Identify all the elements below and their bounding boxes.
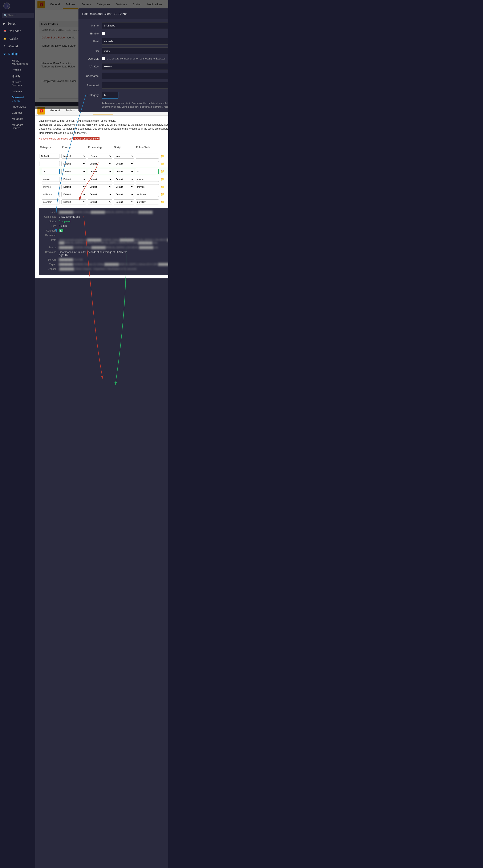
sidebar-item-label: Series: [7, 22, 16, 25]
sidebar: ⬡ 🔍 Search ▶ Series 📅 Calendar 🔔 Activit…: [0, 0, 35, 868]
password-input[interactable]: [102, 82, 168, 89]
cat-add-input[interactable]: [39, 161, 60, 166]
sidebar-sub-connect[interactable]: Connect: [6, 110, 35, 116]
cat-default-input[interactable]: [39, 154, 60, 159]
priority-movies-select[interactable]: Default: [61, 184, 86, 189]
table-row: ⠿ Default Default: [39, 167, 168, 176]
enable-checkbox[interactable]: [102, 32, 105, 35]
ssl-checkbox[interactable]: [102, 57, 105, 60]
cat-prowlarr-input[interactable]: [42, 199, 60, 205]
priority-add-select[interactable]: Default: [61, 161, 86, 166]
sidebar-sub-metadata-source[interactable]: Metadata Source: [6, 122, 35, 131]
script-default-select[interactable]: None: [114, 154, 134, 159]
sidebar-item-wanted[interactable]: ⚠ Wanted: [0, 42, 35, 50]
port-input[interactable]: [102, 48, 168, 54]
sidebar-item-settings[interactable]: ⚙ Settings: [0, 50, 35, 58]
logo-icon: ⬡: [3, 2, 10, 9]
col-folder: Folder/Path: [135, 143, 160, 152]
priority-prowlarr-select[interactable]: Default: [61, 199, 86, 205]
folder-default-input[interactable]: [136, 154, 159, 159]
sub-item-label: Metadata Source: [12, 123, 23, 130]
folder-browse-add[interactable]: 📁: [161, 162, 164, 165]
folder-browse-default[interactable]: 📁: [161, 154, 164, 158]
priority-whisparr-select[interactable]: Default: [61, 192, 86, 197]
processing-add-select[interactable]: Default: [88, 161, 112, 166]
category-input[interactable]: [102, 92, 118, 98]
sub-item-label: Metadata: [12, 117, 23, 120]
script-add-select[interactable]: Default: [114, 161, 134, 166]
folder-browse-prowlarr[interactable]: 📁: [161, 200, 164, 204]
cat-whisparr-input[interactable]: [42, 192, 60, 197]
drag-handle[interactable]: ⠿: [39, 200, 41, 204]
cat-anime-input[interactable]: [42, 177, 60, 182]
ssl-hint: Use secure connection when connecting to…: [107, 57, 166, 60]
folder-tv-input[interactable]: [136, 169, 159, 174]
sidebar-sub-custom-formats[interactable]: Custom Formats: [6, 79, 35, 88]
folder-browse-whisparr[interactable]: 📁: [161, 193, 164, 196]
sub-item-label: Connect: [12, 111, 22, 114]
host-input[interactable]: [102, 38, 168, 44]
api-key-input[interactable]: [102, 63, 168, 70]
modal-body: Name Enable Host Port: [79, 19, 168, 112]
script-tv-select[interactable]: Default: [114, 169, 134, 174]
sidebar-sub-quality[interactable]: Quality: [6, 73, 35, 79]
cat-tv-input[interactable]: [42, 169, 60, 174]
sidebar-sub-indexers[interactable]: Indexers: [6, 88, 35, 94]
name-input[interactable]: [102, 22, 168, 29]
cat-movies-input[interactable]: [42, 184, 60, 189]
drag-handle[interactable]: ⠿: [39, 170, 41, 173]
priority-anime-select[interactable]: Default: [61, 177, 86, 182]
series-icon: ▶: [3, 22, 5, 25]
relative-folders: Relative folders are based on: /data/use…: [39, 137, 168, 140]
sidebar-sub-download-clients[interactable]: Download Clients: [6, 94, 35, 103]
sub-item-label: Profiles: [12, 68, 21, 71]
search-bar[interactable]: 🔍 Search: [2, 12, 34, 18]
detail-completed-value: a few seconds ago: [59, 215, 168, 218]
script-prowlarr-select[interactable]: Default: [114, 199, 134, 205]
processing-anime-select[interactable]: Default: [88, 177, 112, 182]
detail-download-value: Downloaded in 1 min 21 seconds at an ave…: [59, 251, 168, 256]
processing-default-select[interactable]: +Delete +Repair +Unpack: [88, 154, 112, 159]
sidebar-sub-import-lists[interactable]: Import Lists: [6, 103, 35, 110]
detail-repair-label: Repair: [42, 263, 59, 266]
script-whisparr-select[interactable]: Default: [114, 192, 134, 197]
folder-prowlarr-input[interactable]: [136, 199, 159, 205]
drag-handle[interactable]: ⠿: [39, 178, 41, 181]
detail-servers-value: ████████ -5.4 GB: [59, 258, 168, 261]
folder-anime-input[interactable]: [136, 177, 159, 182]
script-anime-select[interactable]: Default: [114, 177, 134, 182]
sub-item-label: Quality: [12, 74, 20, 78]
detail-unpack-label: Unpack: [42, 268, 59, 271]
detail-size-row: Size 5.4 GB: [42, 225, 168, 227]
folder-browse-tv[interactable]: 📁: [161, 170, 164, 173]
sidebar-sub-metadata[interactable]: Metadata: [6, 116, 35, 122]
edit-download-client-modal: Edit Download Client - SABnzbd ✕ Name En…: [79, 8, 168, 112]
detail-name-row: Name ████████S03E06.2160p.████████WEB-DL…: [42, 211, 168, 214]
processing-whisparr-select[interactable]: Default: [88, 192, 112, 197]
col-priority: Priority: [61, 143, 87, 152]
folder-whisparr-input[interactable]: [136, 192, 159, 197]
sidebar-item-calendar[interactable]: 📅 Calendar: [0, 27, 35, 35]
folder-add-input[interactable]: [136, 161, 159, 166]
folder-browse-anime[interactable]: 📁: [161, 178, 164, 181]
processing-movies-select[interactable]: Default: [88, 184, 112, 189]
ssl-row: Use secure connection when connecting to…: [102, 57, 166, 60]
script-movies-select[interactable]: Default: [114, 184, 134, 189]
sidebar-item-series[interactable]: ▶ Series: [0, 20, 35, 27]
username-input[interactable]: [102, 73, 168, 79]
priority-tv-select[interactable]: Default: [61, 169, 86, 174]
folder-movies-input[interactable]: [136, 184, 159, 189]
priority-default-select[interactable]: Normal High Low: [61, 154, 86, 159]
modal-title: Edit Download Client - SABnzbd: [82, 12, 127, 16]
col-folder-icon: [160, 143, 168, 152]
sidebar-item-label: Calendar: [9, 29, 21, 33]
sidebar-sub-profiles[interactable]: Profiles: [6, 67, 35, 73]
folder-browse-movies[interactable]: 📁: [161, 185, 164, 188]
drag-handle[interactable]: ⠿: [39, 185, 41, 188]
processing-tv-select[interactable]: Default: [88, 169, 112, 174]
host-label: Host: [83, 40, 102, 43]
processing-prowlarr-select[interactable]: Default: [88, 199, 112, 205]
sidebar-item-activity[interactable]: 🔔 Activity: [0, 35, 35, 42]
drag-handle[interactable]: ⠿: [39, 193, 41, 196]
sidebar-sub-media-management[interactable]: Media Management: [6, 58, 35, 67]
